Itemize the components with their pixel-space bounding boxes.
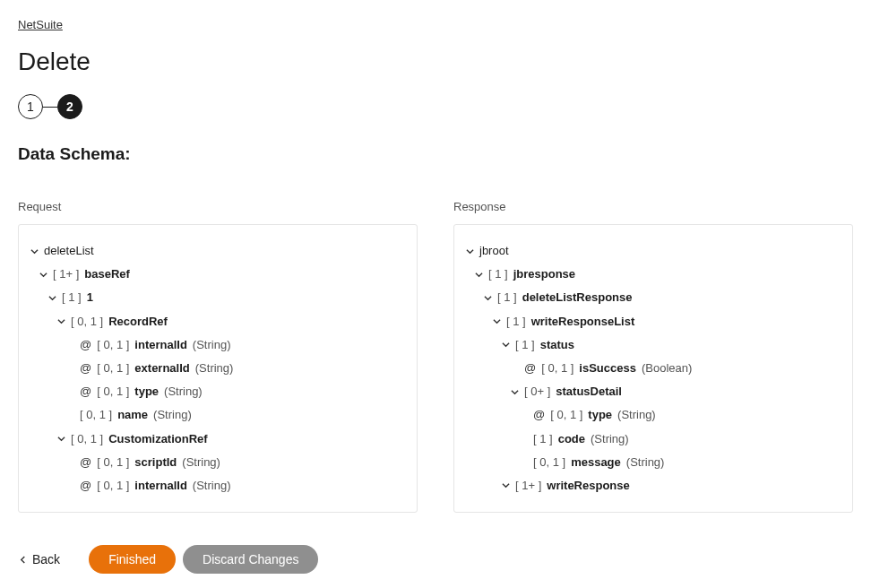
cardinality: [ 1 ] (506, 314, 526, 330)
node-label: jbresponse (513, 266, 575, 282)
cardinality: [ 0, 1 ] (541, 360, 573, 376)
cardinality: [ 1 ] (533, 431, 553, 447)
node-type: (String) (193, 337, 231, 353)
node-label: jbroot (479, 243, 509, 259)
cardinality: [ 1 ] (62, 290, 82, 306)
node-label: writeResponse (547, 478, 629, 494)
chevron-down-icon (483, 293, 492, 302)
chevron-down-icon (47, 293, 56, 302)
back-button[interactable]: Back (18, 552, 60, 566)
node-status[interactable]: [ 1 ] status (501, 333, 838, 357)
response-column: Response jbroot [ 1 ] jbresponse (453, 200, 853, 513)
node-type: (String) (626, 454, 665, 471)
chevron-left-icon (18, 555, 27, 564)
chevron-down-icon (56, 435, 65, 444)
step-1[interactable]: 1 (18, 94, 43, 119)
node-internalid-2[interactable]: @ [ 0, 1 ] internalId (String) (65, 474, 402, 497)
attr-indicator: @ (80, 478, 91, 494)
cardinality: [ 0, 1 ] (97, 360, 129, 376)
cardinality: [ 0, 1 ] (97, 384, 129, 400)
node-name[interactable]: [ 0, 1 ] name (String) (65, 403, 402, 427)
node-issuccess[interactable]: @ [ 0, 1 ] isSuccess (Boolean) (510, 357, 838, 380)
back-label: Back (32, 552, 60, 566)
cardinality: [ 1 ] (497, 290, 517, 306)
node-scriptid[interactable]: @ [ 0, 1 ] scriptId (String) (65, 451, 402, 474)
node-label: type (134, 384, 159, 400)
node-type: (String) (195, 360, 234, 376)
attr-indicator: @ (80, 454, 91, 471)
node-type: (String) (153, 407, 192, 423)
node-label: statusDetail (556, 384, 622, 400)
attr-indicator: @ (80, 360, 91, 376)
response-schema-box: jbroot [ 1 ] jbresponse [ 1 ] deleteList… (453, 224, 853, 513)
request-column: Request deleteList [ 1+ ] baseRef (18, 200, 418, 513)
node-label: internalId (134, 478, 187, 494)
node-internalid[interactable]: @ [ 0, 1 ] internalId (String) (65, 333, 402, 357)
cardinality: [ 0, 1 ] (80, 407, 112, 423)
node-label: internalId (134, 337, 187, 353)
node-label: baseRef (84, 266, 130, 282)
attr-indicator: @ (80, 337, 91, 353)
node-label: scriptId (134, 454, 177, 471)
discard-button[interactable]: Discard Changes (183, 545, 318, 574)
cardinality: [ 1 ] (515, 337, 535, 353)
node-label: message (571, 454, 621, 471)
chevron-down-icon (39, 270, 47, 279)
node-writeresponse[interactable]: [ 1+ ] writeResponse (501, 474, 838, 497)
node-label: status (540, 337, 574, 353)
node-type: (String) (193, 478, 231, 494)
breadcrumb: NetSuite (18, 18, 853, 31)
chevron-down-icon (492, 317, 501, 326)
node-label: code (558, 431, 585, 447)
node-sd-message[interactable]: [ 0, 1 ] message (String) (519, 451, 838, 474)
cardinality: [ 0+ ] (524, 384, 550, 400)
cardinality: [ 0, 1 ] (97, 454, 129, 471)
node-sd-code[interactable]: [ 1 ] code (String) (519, 428, 838, 451)
node-baseref[interactable]: [ 1+ ] baseRef (39, 263, 402, 286)
node-externalid[interactable]: @ [ 0, 1 ] externalId (String) (65, 357, 402, 380)
step-2[interactable]: 2 (57, 94, 82, 119)
attr-indicator: @ (524, 360, 536, 376)
node-label: deleteList (44, 243, 94, 259)
node-type[interactable]: @ [ 0, 1 ] type (String) (65, 380, 402, 403)
chevron-down-icon (501, 341, 510, 350)
step-connector (43, 107, 57, 108)
node-deletelist[interactable]: deleteList (30, 239, 402, 263)
node-recordref[interactable]: [ 0, 1 ] RecordRef (56, 310, 402, 333)
chevron-down-icon (56, 317, 65, 326)
node-writeresponselist[interactable]: [ 1 ] writeResponseList (492, 310, 838, 333)
node-label: CustomizationRef (108, 431, 208, 447)
node-type: (String) (164, 384, 203, 400)
node-type: (String) (617, 407, 656, 423)
breadcrumb-link[interactable]: NetSuite (18, 18, 63, 31)
node-customizationref[interactable]: [ 0, 1 ] CustomizationRef (56, 428, 402, 451)
node-label: RecordRef (108, 314, 168, 330)
node-deletelistresponse[interactable]: [ 1 ] deleteListResponse (483, 286, 838, 309)
node-type: (Boolean) (642, 360, 692, 376)
chevron-down-icon (474, 270, 483, 279)
node-label: writeResponseList (531, 314, 635, 330)
chevron-down-icon (30, 246, 39, 255)
node-sd-type[interactable]: @ [ 0, 1 ] type (String) (519, 403, 838, 427)
node-jbroot[interactable]: jbroot (465, 239, 838, 263)
cardinality: [ 0, 1 ] (533, 454, 565, 471)
footer-actions: Back Finished Discard Changes (18, 545, 853, 574)
node-type: (String) (591, 431, 629, 447)
node-one[interactable]: [ 1 ] 1 (47, 286, 402, 309)
request-schema-box: deleteList [ 1+ ] baseRef [ 1 ] 1 (18, 224, 418, 513)
cardinality: [ 1 ] (488, 266, 508, 282)
cardinality: [ 1+ ] (53, 266, 79, 282)
node-label: 1 (87, 290, 93, 306)
node-statusdetail[interactable]: [ 0+ ] statusDetail (510, 380, 838, 403)
cardinality: [ 0, 1 ] (550, 407, 582, 423)
cardinality: [ 0, 1 ] (97, 337, 129, 353)
chevron-down-icon (501, 481, 510, 490)
finished-button[interactable]: Finished (89, 545, 176, 574)
cardinality: [ 1+ ] (515, 478, 541, 494)
section-title: Data Schema: (18, 144, 853, 164)
chevron-down-icon (465, 246, 474, 255)
node-label: externalId (134, 360, 189, 376)
node-jbresponse[interactable]: [ 1 ] jbresponse (474, 263, 838, 286)
cardinality: [ 0, 1 ] (97, 478, 129, 494)
node-label: name (117, 407, 148, 423)
